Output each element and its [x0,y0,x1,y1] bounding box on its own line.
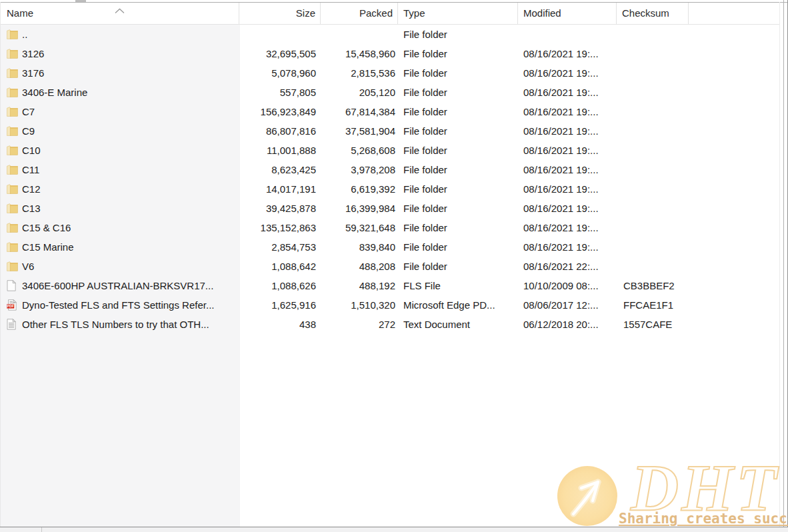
column-header-type-label: Type [403,7,425,19]
file-size: 135,152,863 [239,218,321,237]
file-packed-size: 16,399,984 [321,199,398,218]
file-size: 156,923,849 [239,102,321,121]
file-type: File folder [398,199,518,218]
column-header-size[interactable]: Size [239,2,321,24]
file-name: C9 [22,125,35,137]
column-header-name[interactable]: Name [0,2,239,24]
file-name: .. [22,29,27,40]
file-modified-date: 08/16/2021 19:... [518,218,617,237]
file-packed-size: 15,458,960 [321,44,398,63]
file-modified-date: 08/16/2021 22:... [518,257,617,276]
table-row[interactable]: C9 86,807,816 37,581,904 File folder 08/… [0,121,780,141]
file-type: File folder [398,218,518,237]
file-name: C11 [22,164,39,175]
table-row[interactable]: C15 & C16 135,152,863 59,321,648 File fo… [0,218,780,237]
file-packed-size: 67,814,384 [321,102,398,121]
folder-icon [7,223,19,233]
file-name: 3126 [22,48,44,59]
file-checksum [617,63,689,83]
table-row[interactable]: C15 Marine 2,854,753 839,840 File folder… [0,237,780,257]
file-modified-date: 08/16/2021 19:... [518,160,617,179]
column-header-packed[interactable]: Packed [321,2,398,24]
folder-icon [7,29,19,40]
file-modified-date: 08/16/2021 19:... [518,237,617,257]
table-row[interactable]: PDF Dyno-Tested FLS and FTS Settings Ref… [0,295,780,315]
file-packed-size: 2,815,536 [321,63,398,83]
watermark-brand-text: DHT [631,455,779,521]
list-right-edge [779,2,780,527]
file-modified-date: 08/16/2021 19:... [518,102,617,121]
column-header-checksum-label: Checksum [622,7,669,19]
file-modified-date: 08/16/2021 19:... [518,44,617,63]
table-row[interactable]: C7 156,923,849 67,814,384 File folder 08… [0,102,780,121]
table-row[interactable]: .. File folder [0,25,780,44]
table-row[interactable]: 3126 32,695,505 15,458,960 File folder 0… [0,44,780,63]
table-row[interactable]: C12 14,017,191 6,619,392 File folder 08/… [0,179,780,199]
file-size: 8,623,425 [239,160,321,179]
column-header-row: Name Size Packed Type Modified Checksum [0,2,780,25]
file-name: Dyno-Tested FLS and FTS Settings Refer..… [22,299,214,311]
folder-icon [7,49,19,59]
status-bar [0,527,788,532]
file-size: 14,017,191 [239,179,321,199]
table-row[interactable]: C13 39,425,878 16,399,984 File folder 08… [0,199,780,218]
folder-icon [7,184,19,195]
file-packed-size: 1,510,320 [321,295,398,315]
file-size [239,25,321,44]
file-checksum [617,44,689,63]
file-name: Other FLS TLS Numbers to try that OTH... [22,319,209,330]
column-header-filler [689,2,780,24]
file-size: 438 [239,315,321,334]
file-checksum [617,257,689,276]
column-header-modified[interactable]: Modified [518,2,617,24]
window-top-notch [75,0,86,2]
file-modified-date: 06/12/2018 20:... [518,315,617,334]
file-checksum [617,102,689,121]
file-checksum: CB3BBEF2 [617,276,689,295]
file-modified-date [518,25,617,44]
file-checksum [617,179,689,199]
file-packed-size: 272 [321,315,398,334]
folder-icon [7,107,19,117]
table-row[interactable]: 3406-E Marine 557,805 205,120 File folde… [0,83,780,102]
file-type: File folder [398,83,518,102]
file-checksum: 1557CAFE [617,315,689,334]
file-checksum [617,25,689,44]
file-packed-size [321,25,398,44]
folder-icon [7,68,19,79]
table-row[interactable]: 3406E-600HP AUSTRALIAN-BRKSVR17... 1,088… [0,276,780,295]
file-name: 3406-E Marine [22,87,87,98]
file-size: 32,695,505 [239,44,321,63]
file-size: 2,854,753 [239,237,321,257]
file-type: File folder [398,121,518,141]
file-checksum [617,83,689,102]
table-row[interactable]: C10 11,001,888 5,268,608 File folder 08/… [0,141,780,160]
file-type: File folder [398,179,518,199]
table-row[interactable]: C11 8,623,425 3,978,208 File folder 08/1… [0,160,780,179]
column-header-checksum[interactable]: Checksum [617,2,689,24]
file-checksum [617,141,689,160]
column-header-modified-label: Modified [523,7,561,19]
folder-icon [7,145,19,156]
file-size: 1,088,626 [239,276,321,295]
table-row[interactable]: Other FLS TLS Numbers to try that OTH...… [0,315,780,334]
column-header-type[interactable]: Type [398,2,518,24]
file-modified-date: 10/10/2009 08:... [518,276,617,295]
file-name: 3406E-600HP AUSTRALIAN-BRKSVR17... [22,280,213,291]
folder-icon [7,165,19,175]
file-name: C15 Marine [22,241,74,253]
file-packed-size: 839,840 [321,237,398,257]
file-modified-date: 08/16/2021 19:... [518,63,617,83]
file-checksum [617,160,689,179]
file-type: Text Document [398,315,518,334]
file-type: File folder [398,63,518,83]
table-row[interactable]: V6 1,088,642 488,208 File folder 08/16/2… [0,257,780,276]
file-packed-size: 6,619,392 [321,179,398,199]
file-modified-date: 08/16/2021 19:... [518,199,617,218]
file-packed-size: 37,581,904 [321,121,398,141]
file-name: C10 [22,145,41,156]
file-type: File folder [398,237,518,257]
file-size: 5,078,960 [239,63,321,83]
table-row[interactable]: 3176 5,078,960 2,815,536 File folder 08/… [0,63,780,83]
file-name: V6 [22,261,34,272]
